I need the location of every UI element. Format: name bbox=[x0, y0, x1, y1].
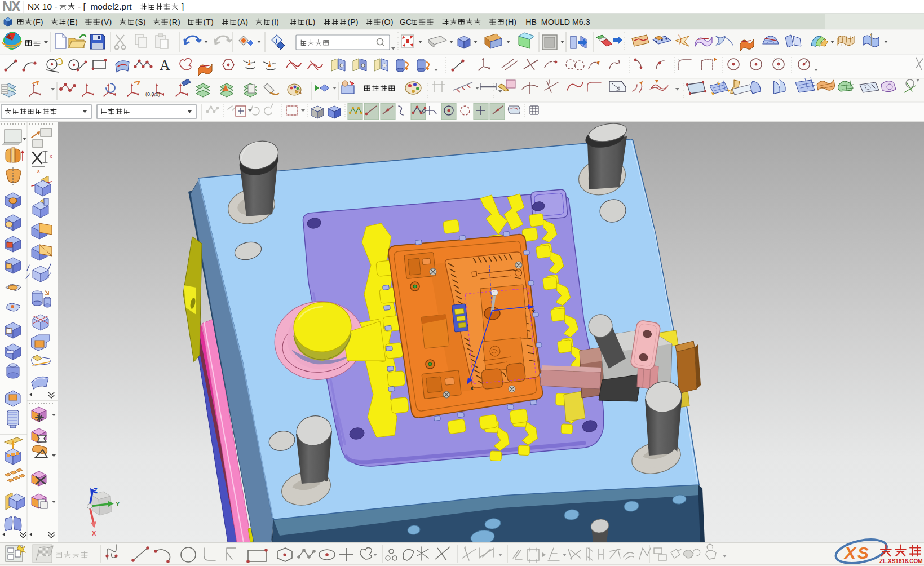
svg-text:X: X bbox=[11, 0, 21, 14]
svg-text:(P): (P) bbox=[347, 17, 358, 26]
svg-text:A: A bbox=[160, 57, 170, 73]
svg-text:(E): (E) bbox=[67, 17, 78, 26]
svg-text:- [_model2.prt: - [_model2.prt bbox=[78, 2, 132, 11]
svg-text:(L): (L) bbox=[306, 17, 315, 26]
svg-text:(R): (R) bbox=[169, 17, 180, 26]
svg-text:X: X bbox=[92, 530, 96, 537]
svg-text:(A): (A) bbox=[237, 17, 248, 26]
svg-text:ZL.XS1616.COM: ZL.XS1616.COM bbox=[879, 558, 923, 564]
svg-text:X: X bbox=[470, 386, 474, 391]
svg-text:x: x bbox=[37, 168, 40, 174]
svg-text:(I): (I) bbox=[271, 17, 278, 26]
svg-text:GC: GC bbox=[400, 17, 412, 26]
svg-text:(T): (T) bbox=[204, 17, 214, 26]
svg-text:S: S bbox=[857, 543, 869, 562]
svg-text:(S): (S) bbox=[135, 17, 146, 26]
svg-text:(O): (O) bbox=[382, 17, 394, 26]
svg-text:Y: Y bbox=[116, 501, 120, 507]
svg-text:HB_MOULD M6.3: HB_MOULD M6.3 bbox=[525, 17, 590, 26]
svg-text:(F): (F) bbox=[33, 17, 43, 26]
svg-text:x: x bbox=[50, 153, 52, 159]
svg-text:(V): (V) bbox=[101, 17, 112, 26]
svg-text:i: i bbox=[276, 37, 277, 45]
svg-text:Z: Z bbox=[94, 487, 98, 494]
svg-text:X: X bbox=[843, 543, 857, 562]
svg-text:(H): (H) bbox=[505, 17, 516, 26]
svg-text:(0,0,0): (0,0,0) bbox=[145, 91, 160, 97]
svg-text:NX 10 -: NX 10 - bbox=[28, 2, 58, 11]
svg-text:]: ] bbox=[182, 2, 184, 11]
